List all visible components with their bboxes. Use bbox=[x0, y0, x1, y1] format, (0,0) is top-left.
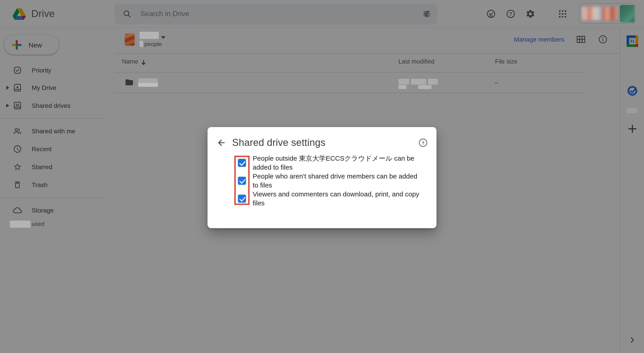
account-email-redacted bbox=[582, 7, 618, 20]
settings-options: People outside 東京大学ECCSクラウドメール can be ad… bbox=[238, 154, 420, 208]
storage-used-redacted bbox=[10, 221, 30, 228]
rail-addon-redacted bbox=[626, 108, 637, 113]
option-label: People who aren't shared drive members c… bbox=[253, 172, 420, 190]
back-arrow-icon[interactable] bbox=[216, 138, 226, 148]
dialog-title: Shared drive settings bbox=[232, 137, 326, 149]
dialog-help-icon[interactable]: ? bbox=[418, 138, 428, 148]
last-modified-redacted bbox=[398, 85, 406, 89]
option-non-members: People who aren't shared drive members c… bbox=[238, 172, 420, 190]
last-modified-redacted bbox=[418, 85, 432, 89]
last-modified-redacted bbox=[411, 79, 426, 85]
checkbox-external-people[interactable] bbox=[238, 159, 246, 167]
people-count-redacted bbox=[140, 41, 143, 47]
option-viewers-download: Viewers and commenters can download, pri… bbox=[238, 190, 420, 208]
account-avatar-redacted bbox=[620, 5, 634, 22]
row-name-redacted bbox=[138, 78, 158, 87]
drive-theme-thumbnail bbox=[125, 34, 134, 46]
shared-drive-settings-dialog: Shared drive settings ? People outside 東… bbox=[208, 127, 436, 228]
svg-text:?: ? bbox=[422, 140, 425, 145]
drive-name-redacted bbox=[140, 32, 159, 39]
google-drive-app: Drive ? bbox=[0, 0, 644, 353]
checkbox-non-members[interactable] bbox=[238, 177, 246, 185]
last-modified-redacted bbox=[398, 79, 409, 85]
option-label: People outside 東京大学ECCSクラウドメール can be ad… bbox=[253, 154, 420, 172]
checkbox-viewers-download[interactable] bbox=[238, 195, 246, 203]
last-modified-redacted bbox=[428, 79, 438, 85]
option-label: Viewers and commenters can download, pri… bbox=[253, 190, 420, 208]
option-external-people: People outside 東京大学ECCSクラウドメール can be ad… bbox=[238, 154, 420, 172]
